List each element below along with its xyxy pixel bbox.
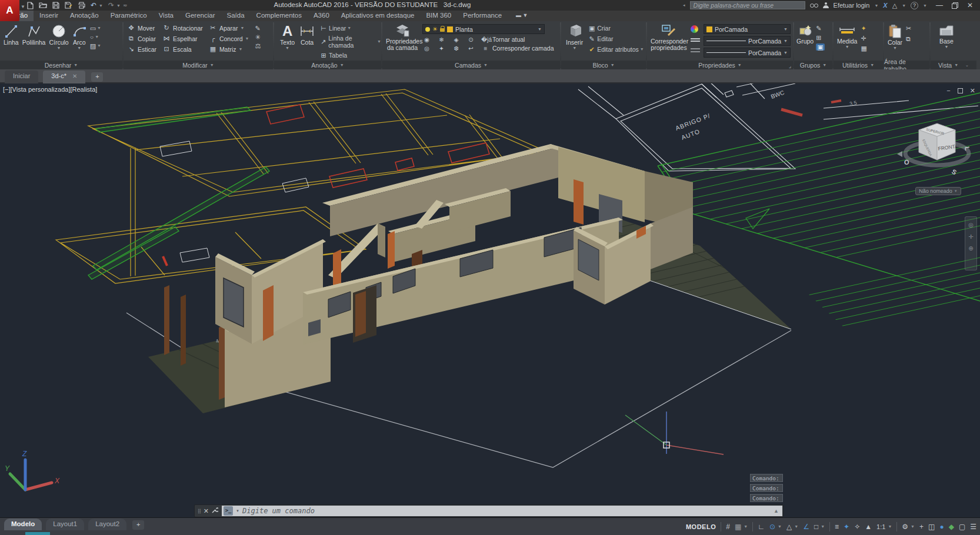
edit-attributes-button[interactable]: ✔Editar atributos ▼ (588, 46, 644, 53)
viewport-controls[interactable]: [−][Vista personalizada][Realista] (3, 86, 97, 93)
status-menu-icon[interactable]: ☰ (970, 523, 976, 531)
lineweight-select[interactable]: PorCamada ▼ (704, 48, 791, 58)
viewcube-west-label[interactable]: O (904, 159, 909, 166)
customization-icon[interactable]: + (919, 523, 924, 531)
table-button[interactable]: ⊞Tabela (319, 52, 381, 59)
rotate-button[interactable]: ↻Rotacionar (162, 24, 203, 32)
explode-icon[interactable]: ✳ (255, 34, 261, 41)
group-button[interactable]: Grupo (796, 21, 814, 45)
ellipse-tool-icon[interactable]: ○ ▼ (90, 35, 101, 39)
new-drawing-tab-button[interactable]: + (91, 72, 103, 82)
panel-label-propriedades[interactable]: Propriedades▼ (647, 61, 793, 69)
new-file-icon[interactable] (27, 2, 34, 9)
model-space-button[interactable]: MODELO (686, 523, 716, 530)
isometric-drafting-icon[interactable]: △ (786, 523, 792, 531)
base-caret-icon[interactable]: ▼ (945, 45, 949, 49)
snap-mode-icon[interactable]: # (726, 523, 730, 531)
annotation-scale-icon[interactable]: ▲ (865, 523, 872, 531)
base-view-button[interactable]: Base ▼ (939, 21, 954, 49)
command-wrench-icon[interactable] (211, 506, 218, 516)
arc-caret-icon[interactable]: ▼ (77, 46, 81, 50)
arc-button[interactable]: Arco ▼ (72, 21, 86, 50)
iso-caret-icon[interactable]: ▼ (794, 524, 798, 529)
layer-prev-icon[interactable]: ↩ (466, 45, 475, 52)
hardware-acceleration-icon[interactable]: ● (939, 523, 944, 531)
graphics-performance-icon[interactable]: ◆ (949, 523, 954, 531)
login-button[interactable]: Efetuar login (834, 2, 870, 9)
move-button[interactable]: ✥Mover (127, 24, 156, 32)
match-layer-button[interactable]: ≡Corresponder camada (481, 45, 554, 52)
logo-caret-icon[interactable]: ▼ (21, 4, 25, 9)
ribbon-collapse-icon[interactable]: ⌄ (965, 63, 969, 68)
restore-button[interactable] (952, 2, 958, 8)
qat-customize-icon[interactable]: ≂ (123, 2, 128, 8)
circle-caret-icon[interactable]: ▼ (57, 46, 61, 50)
named-view-caret-icon[interactable]: ▼ (954, 189, 958, 193)
grid-caret-icon[interactable]: ▼ (744, 524, 748, 529)
lineweight-caret-icon[interactable]: ▼ (784, 51, 788, 55)
a360-icon[interactable]: △ (892, 2, 897, 9)
grid-display-icon[interactable]: ▦ (735, 523, 741, 531)
layer-freeze-icon[interactable]: ◈ (452, 36, 461, 43)
panel-label-grupos[interactable]: Grupos▼ (794, 61, 832, 69)
lineweight-display-icon[interactable]: ≡ (835, 523, 839, 531)
text-caret-icon[interactable]: ▼ (285, 46, 289, 50)
annotation-visibility-icon[interactable]: ✦ (844, 523, 849, 531)
autocad-logo[interactable]: A (0, 0, 19, 21)
redo-icon[interactable]: ↷ (108, 1, 114, 9)
a360-caret-icon[interactable]: ▼ (902, 4, 906, 8)
tab-close-icon[interactable]: ✕ (72, 73, 77, 79)
measure-button[interactable]: Medida ▼ (837, 21, 857, 49)
scale-caret-icon[interactable]: ▼ (888, 524, 892, 529)
command-bar-grip[interactable]: ⣿ ✕ (195, 505, 221, 517)
tab-inserir[interactable]: Inserir (34, 11, 64, 21)
plot-icon[interactable] (78, 2, 85, 9)
navigation-bar[interactable]: ◎ ✛ ⊕ (965, 216, 977, 270)
layer-unisolate-icon[interactable]: ✦ (437, 45, 446, 52)
search-binoculars-icon[interactable] (810, 4, 818, 8)
linetype-icon[interactable] (691, 36, 700, 44)
quick-calc-icon[interactable]: ▦ (861, 45, 866, 52)
insert-block-button[interactable]: Inserir ▼ (566, 21, 583, 50)
stretch-button[interactable]: ↘Esticar (127, 45, 156, 53)
panel-label-anotacao[interactable]: Anotação▼ (274, 61, 381, 69)
cut-icon[interactable]: ✂ (906, 25, 911, 32)
tab-anotacao[interactable]: Anotação (64, 11, 105, 21)
lineweight-icon[interactable] (691, 47, 700, 54)
erase-icon[interactable]: ✎ (255, 25, 261, 32)
viewcube-home-icon[interactable] (897, 151, 902, 157)
copy-clip-icon[interactable]: ⧉ (906, 35, 911, 42)
command-prompt-icon[interactable]: >_ (224, 506, 233, 516)
object-snap-icon[interactable]: □ (814, 523, 818, 531)
command-history-icon[interactable]: ▲ (774, 508, 782, 514)
trim-button[interactable]: ✂Aparar ▼ (209, 24, 249, 32)
match-properties-button[interactable]: Corresponder propriedades (651, 21, 687, 51)
tab-aplicativos[interactable]: Aplicativos em destaque (335, 11, 421, 21)
layer-walk-icon[interactable]: ◎ (422, 45, 431, 52)
undo-caret-icon[interactable]: ▼ (99, 4, 103, 8)
polar-caret-icon[interactable]: ▼ (778, 524, 782, 529)
layer-color-swatch[interactable] (447, 26, 453, 32)
id-point-icon[interactable]: ✦ (861, 25, 866, 32)
nav-wheel-icon[interactable]: ◎ (968, 222, 974, 228)
layer-select[interactable]: ☀ Planta ▼ (422, 24, 545, 34)
layer-properties-button[interactable]: Propriedades da camada (386, 21, 419, 51)
layout-tab-layout1[interactable]: Layout1 (46, 519, 84, 530)
ribbon-display-toggle-icon[interactable]: ▬ ▼ (516, 11, 528, 18)
panel-label-area-trabalho[interactable]: Área de trabalho (884, 61, 929, 69)
ortho-mode-icon[interactable]: ∟ (758, 523, 765, 531)
help-icon[interactable]: ? (911, 2, 918, 9)
tab-drawing[interactable]: 3d-c*✕ (43, 71, 85, 83)
panel-label-desenhar[interactable]: Desenhar▼ (0, 61, 122, 69)
tab-vista[interactable]: Vista (153, 11, 179, 21)
layer-isolate-icon[interactable]: ❄ (437, 36, 446, 43)
new-layout-button[interactable]: + (132, 520, 144, 530)
scale-button[interactable]: ⊡Escala (162, 45, 203, 53)
named-view-box[interactable]: Não nomeado ▼ (915, 187, 961, 195)
linear-dim-button[interactable]: ⊢Linear ▼ (319, 25, 381, 32)
layer-thaw-icon[interactable]: ☀ (432, 26, 438, 32)
vp-restore-icon[interactable] (958, 88, 963, 93)
annotation-autoscale-icon[interactable]: ✧ (854, 523, 860, 531)
isolate-objects-icon[interactable]: ◫ (928, 523, 935, 531)
layer-lock-tool-icon[interactable]: ⊙ (466, 36, 475, 43)
